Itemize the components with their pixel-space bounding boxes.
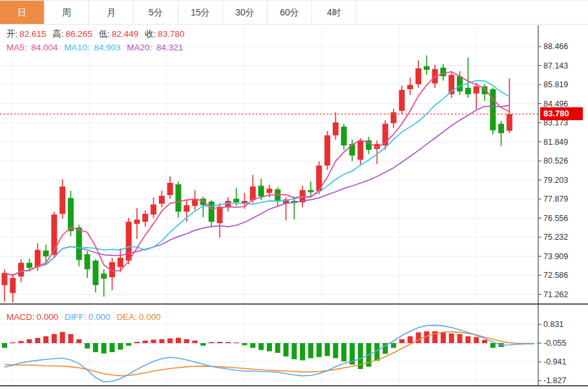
macd-bar-negative — [93, 343, 98, 352]
candle-up — [10, 278, 16, 293]
macd-bar-positive — [143, 341, 148, 343]
dea-value: 0.000 — [139, 312, 161, 322]
candle-up — [51, 215, 57, 255]
candle-down — [457, 76, 463, 91]
price-axis-label: 88.466 — [543, 41, 568, 52]
macd-bar-positive — [217, 342, 222, 343]
price-axis-label: 80.526 — [543, 156, 568, 166]
macd-bar-positive — [474, 337, 479, 343]
price-axis-label: 72.586 — [543, 270, 568, 280]
macd-bar-negative — [118, 343, 123, 350]
macd-bar-positive — [226, 342, 231, 343]
macd-lines — [5, 325, 534, 382]
macd-bar-negative — [275, 343, 280, 353]
macd-bar-positive — [449, 333, 454, 343]
macd-bar-negative — [101, 343, 107, 353]
ma20-label: MA20: — [127, 43, 152, 52]
candle-up — [357, 141, 363, 160]
low-value: 82.449 — [112, 29, 138, 39]
high-value: 86.265 — [66, 29, 92, 39]
macd-bar-positive — [76, 339, 81, 343]
kline-svg[interactable] — [0, 24, 588, 389]
price-axis-label: 75.232 — [543, 232, 568, 242]
macd-bar-negative — [126, 343, 131, 346]
macd-bar-positive — [167, 339, 173, 343]
open-label: 开: — [6, 29, 17, 39]
macd-bar-positive — [68, 334, 73, 343]
candle-up — [474, 87, 479, 94]
macd-bar-positive — [416, 332, 421, 343]
candle-up — [266, 189, 272, 193]
chart-area[interactable]: 开:82.615 高:86.265 低:82.449 收:83.780 MA5:… — [0, 24, 588, 389]
ohlc-info-bar: 开:82.615 高:86.265 低:82.449 收:83.780 — [6, 28, 189, 40]
tab-period-3[interactable]: 5分 — [134, 1, 178, 24]
price-axis-label: 81.849 — [543, 137, 568, 147]
macd-axis-label: -0.055 — [543, 338, 566, 348]
macd-bar-negative — [391, 343, 396, 348]
tab-period-6[interactable]: 60分 — [268, 1, 312, 24]
candle-down — [101, 273, 107, 279]
candle-down — [26, 263, 32, 268]
candle-down — [176, 184, 182, 211]
macd-bar-positive — [209, 342, 214, 343]
macd-bar-positive — [184, 339, 189, 343]
ma20-value: 84.321 — [156, 43, 183, 52]
tab-period-2[interactable]: 月 — [89, 1, 134, 24]
macd-bar-positive — [151, 340, 156, 343]
price-axis-label: 79.203 — [543, 175, 568, 185]
macd-bar-negative — [110, 343, 115, 352]
price-axis-label: 73.909 — [543, 251, 568, 262]
candle-down — [209, 202, 215, 222]
candle-up — [250, 187, 256, 200]
macd-bar-negative — [490, 343, 496, 348]
tab-period-4[interactable]: 15分 — [178, 1, 223, 24]
ma5-value: 84.004 — [31, 43, 58, 52]
candle-up — [333, 122, 339, 135]
macd-value: 0.000 — [37, 312, 59, 322]
candle-up — [134, 220, 140, 224]
dea-label: DEA: — [116, 312, 137, 322]
last-price-tag: 83.780 — [540, 107, 583, 120]
macd-bar-positive — [19, 341, 24, 343]
macd-bar-positive — [399, 339, 404, 343]
macd-bar-positive — [441, 332, 446, 343]
candle-down — [341, 127, 347, 145]
macd-bar-negative — [333, 343, 338, 358]
price-axis-label: 71.262 — [543, 289, 568, 300]
macd-bar-negative — [341, 343, 346, 361]
macd-label: MACD: — [6, 312, 35, 322]
price-axis-label: 85.819 — [543, 79, 568, 90]
macd-bar-positive — [159, 339, 164, 343]
candlesticks[interactable] — [2, 56, 512, 302]
macd-info-bar: MACD:0.000 DIFF:0.000 DEA:0.000 — [6, 312, 165, 322]
ma10-value: 84.903 — [94, 43, 120, 52]
tab-period-0[interactable]: 日 — [0, 1, 45, 24]
candle-up — [35, 250, 41, 268]
candle-up — [59, 187, 65, 214]
candle-up — [184, 205, 189, 212]
candle-up — [407, 85, 413, 89]
tab-period-1[interactable]: 周 — [45, 1, 89, 24]
candle-down — [498, 124, 504, 133]
tab-period-5[interactable]: 30分 — [223, 1, 268, 24]
candle-up — [415, 68, 421, 85]
candle-up — [118, 258, 123, 267]
candle-down — [350, 144, 355, 156]
macd-bar-positive — [482, 340, 487, 343]
candle-up — [242, 201, 247, 203]
candle-up — [507, 114, 512, 131]
macd-bar-positive — [457, 334, 463, 343]
candle-up — [399, 90, 404, 110]
tab-period-7[interactable]: 4时 — [312, 1, 357, 24]
candle-up — [18, 263, 24, 277]
macd-bar-negative — [284, 343, 289, 357]
candle-down — [76, 227, 82, 260]
low-label: 低: — [99, 29, 110, 39]
macd-axis-label: -0.941 — [543, 357, 566, 367]
macd-bar-positive — [193, 341, 198, 343]
price-axis-label: 77.879 — [543, 194, 568, 204]
macd-bar-negative — [258, 343, 264, 350]
diff-value: 0.000 — [89, 312, 110, 322]
macd-bar-positive — [134, 342, 140, 343]
ma-info-bar: MA5: 84.004 MA10: 84.903 MA20: 84.321 — [6, 43, 187, 52]
